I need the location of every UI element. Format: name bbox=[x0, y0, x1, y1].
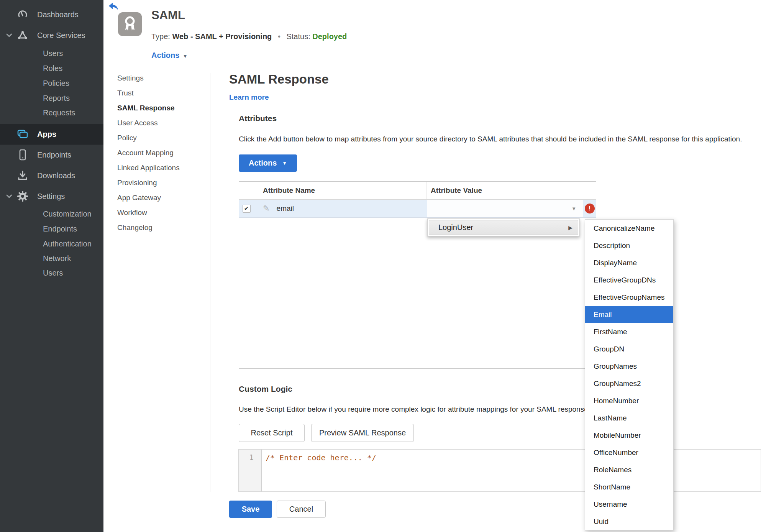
attribute-value-dropdown[interactable]: ▼ bbox=[427, 200, 583, 217]
submenu-item-lastname[interactable]: LastName bbox=[585, 409, 673, 427]
app-window: Dashboards Core Services Users Roles Pol… bbox=[0, 0, 766, 532]
reset-script-button[interactable]: Reset Script bbox=[239, 424, 305, 442]
save-button[interactable]: Save bbox=[229, 501, 272, 518]
nav-item-trust[interactable]: Trust bbox=[117, 89, 180, 104]
checkbox-column-header bbox=[239, 182, 254, 199]
sidebar-item-downloads[interactable]: Downloads bbox=[0, 168, 103, 183]
sidebar-item-users[interactable]: Users bbox=[0, 46, 103, 61]
column-header-attribute-name: Attribute Name bbox=[254, 182, 427, 199]
chevron-down-icon[interactable] bbox=[5, 192, 13, 200]
nav-item-changelog[interactable]: Changelog bbox=[117, 223, 180, 238]
saml-app-icon bbox=[118, 12, 142, 36]
cancel-button[interactable]: Cancel bbox=[277, 501, 326, 518]
sidebar-item-dashboards[interactable]: Dashboards bbox=[0, 7, 103, 22]
sidebar-item-network[interactable]: Network bbox=[0, 251, 103, 266]
sidebar-item-requests[interactable]: Requests bbox=[0, 105, 103, 120]
attribute-name-cell: email bbox=[277, 204, 294, 213]
chevron-down-icon[interactable] bbox=[5, 31, 13, 39]
status-badge: Deployed bbox=[312, 32, 347, 41]
chevron-down-icon: ▼ bbox=[571, 206, 576, 212]
submenu-item-username[interactable]: Username bbox=[585, 496, 673, 513]
submenu-item-rolenames[interactable]: RoleNames bbox=[585, 461, 673, 478]
attributes-actions-button[interactable]: Actions▼ bbox=[239, 154, 297, 172]
sidebar-item-label: Endpoints bbox=[37, 151, 71, 159]
core-services-icon bbox=[17, 30, 28, 41]
column-header-attribute-value: Attribute Value bbox=[427, 182, 596, 199]
submenu-item-groupnames[interactable]: GroupNames bbox=[585, 358, 673, 375]
submenu-item-firstname[interactable]: FirstName bbox=[585, 323, 673, 340]
section-title: SAML Response bbox=[229, 72, 329, 87]
gear-icon bbox=[17, 190, 28, 202]
submenu-item-groupnames2[interactable]: GroupNames2 bbox=[585, 375, 673, 392]
learn-more-link[interactable]: Learn more bbox=[229, 93, 269, 102]
row-checkbox[interactable]: ✔ bbox=[243, 205, 251, 213]
editor-code[interactable]: /* Enter code here... */ bbox=[262, 450, 376, 491]
sidebar-item-policies[interactable]: Policies bbox=[0, 76, 103, 91]
apps-icon bbox=[17, 128, 28, 140]
header-actions-dropdown[interactable]: Actions▼ bbox=[151, 51, 188, 60]
nav-item-app-gateway[interactable]: App Gateway bbox=[117, 194, 180, 209]
sidebar-item-label: Apps bbox=[37, 130, 56, 139]
nav-item-user-access[interactable]: User Access bbox=[117, 119, 180, 134]
nav-item-workflow[interactable]: Workflow bbox=[117, 209, 180, 223]
sidebar: Dashboards Core Services Users Roles Pol… bbox=[0, 0, 103, 532]
sidebar-item-roles[interactable]: Roles bbox=[0, 61, 103, 76]
type-value: Web - SAML + Provisioning bbox=[172, 32, 272, 41]
submenu-item-mobilenumber[interactable]: MobileNumber bbox=[585, 427, 673, 444]
check-icon: ✔ bbox=[244, 205, 249, 212]
app-section-nav: Settings Trust SAML Response User Access… bbox=[117, 74, 180, 238]
submenu-item-effectivegroupdns[interactable]: EffectiveGroupDNs bbox=[585, 271, 673, 289]
sidebar-item-label: Core Services bbox=[37, 31, 85, 40]
nav-item-provisioning[interactable]: Provisioning bbox=[117, 179, 180, 194]
submenu-item-homenumber[interactable]: HomeNumber bbox=[585, 392, 673, 409]
editor-line-number: 1 bbox=[239, 450, 262, 491]
submenu-item-description[interactable]: Description bbox=[585, 237, 673, 254]
table-header-row: Attribute Name Attribute Value bbox=[239, 182, 596, 200]
nav-item-policy[interactable]: Policy bbox=[117, 134, 180, 149]
sidebar-item-customization[interactable]: Customization bbox=[0, 206, 103, 222]
loginuser-submenu: CanonicalizeName Description DisplayName… bbox=[585, 219, 674, 530]
sidebar-item-label: Downloads bbox=[37, 171, 75, 180]
sidebar-item-settings-endpoints[interactable]: Endpoints bbox=[0, 221, 103, 236]
submenu-item-canonicalizename[interactable]: CanonicalizeName bbox=[585, 220, 673, 237]
error-icon: ! bbox=[585, 204, 595, 213]
custom-logic-description: Use the Script Editor below if you requi… bbox=[239, 405, 590, 414]
sidebar-item-authentication[interactable]: Authentication bbox=[0, 236, 103, 251]
sidebar-item-endpoints[interactable]: Endpoints bbox=[0, 147, 103, 163]
sidebar-item-label: Settings bbox=[37, 192, 65, 201]
separator-dot: • bbox=[278, 32, 280, 41]
submenu-item-officenumber[interactable]: OfficeNumber bbox=[585, 444, 673, 461]
preview-saml-response-button[interactable]: Preview SAML Response bbox=[311, 424, 414, 442]
nav-item-linked-applications[interactable]: Linked Applications bbox=[117, 164, 180, 179]
app-meta-line: Type: Web - SAML + Provisioning • Status… bbox=[151, 32, 347, 41]
chevron-down-icon: ▼ bbox=[282, 160, 287, 166]
sidebar-item-reports[interactable]: Reports bbox=[0, 90, 103, 106]
nav-item-saml-response[interactable]: SAML Response bbox=[117, 104, 180, 119]
back-arrow-icon[interactable] bbox=[108, 2, 118, 11]
attributes-heading: Attributes bbox=[239, 114, 277, 123]
sidebar-item-settings-users[interactable]: Users bbox=[0, 265, 103, 281]
submenu-item-email[interactable]: Email bbox=[585, 306, 673, 323]
gauge-icon bbox=[17, 9, 28, 20]
submenu-item-uuid[interactable]: Uuid bbox=[585, 513, 673, 530]
status-label: Status: bbox=[286, 32, 310, 41]
submenu-item-groupdn[interactable]: GroupDN bbox=[585, 340, 673, 358]
submenu-item-displayname[interactable]: DisplayName bbox=[585, 254, 673, 271]
mobile-device-icon bbox=[17, 149, 28, 161]
submenu-item-effectivegroupnames[interactable]: EffectiveGroupNames bbox=[585, 289, 673, 306]
sidebar-item-core-services[interactable]: Core Services bbox=[0, 28, 103, 43]
nav-item-settings[interactable]: Settings bbox=[117, 74, 180, 89]
edit-pencil-icon[interactable]: ✎ bbox=[263, 204, 270, 213]
script-editor[interactable]: 1 /* Enter code here... */ bbox=[238, 449, 761, 492]
table-row: ✔ ✎ email ▼ ! bbox=[239, 200, 596, 218]
type-label: Type: bbox=[151, 32, 170, 41]
submenu-item-shortname[interactable]: ShortName bbox=[585, 478, 673, 496]
sidebar-item-label: Dashboards bbox=[37, 10, 79, 19]
sidebar-item-settings[interactable]: Settings bbox=[0, 189, 103, 204]
page-title: SAML bbox=[151, 8, 185, 22]
menu-item-loginuser[interactable]: LoginUser ▶ bbox=[429, 220, 578, 235]
attributes-description: Click the Add button below to map attrib… bbox=[239, 135, 742, 143]
sidebar-item-apps[interactable]: Apps bbox=[0, 124, 103, 144]
nav-item-account-mapping[interactable]: Account Mapping bbox=[117, 149, 180, 164]
custom-logic-heading: Custom Logic bbox=[239, 384, 292, 394]
